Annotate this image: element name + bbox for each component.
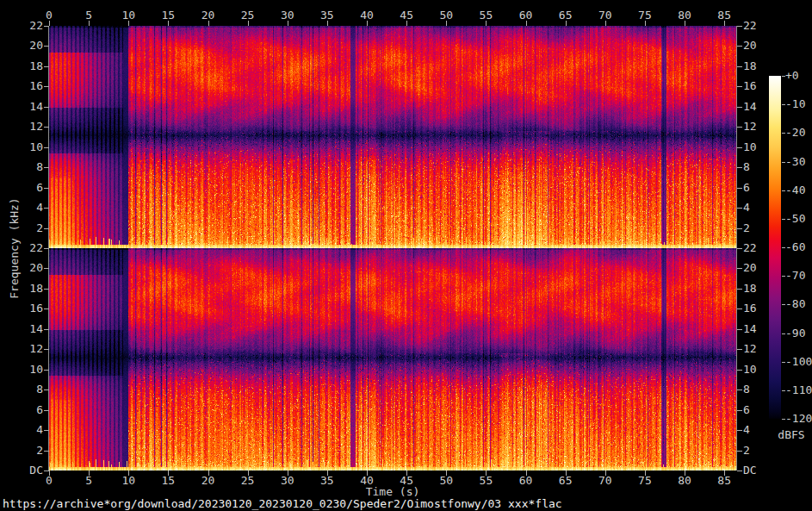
- x-tick-bottom: [89, 470, 90, 476]
- source-url-text: https://archive*org/download/20230120_20…: [3, 498, 562, 509]
- x-tick-bottom: [367, 470, 368, 476]
- x-tick-label-bottom: 15: [155, 475, 181, 486]
- freq-tick-label-right: 16: [743, 80, 772, 91]
- freq-tick-label-right: 20: [743, 262, 772, 273]
- freq-tick-label-left: 8: [14, 161, 43, 172]
- freq-tick-label-left: 2: [14, 445, 43, 456]
- freq-tick-left: [44, 410, 49, 411]
- spectrogram-figure: Frequency (kHz) Time (s) dBFS https://ar…: [0, 0, 812, 511]
- x-tick-top: [288, 21, 288, 26]
- freq-tick-label-left: 4: [14, 424, 43, 435]
- x-tick-top: [406, 21, 407, 26]
- colorbar-tick-label: -110: [785, 384, 812, 396]
- freq-tick-left: [44, 329, 49, 330]
- freq-tick-label-right: 14: [743, 323, 772, 334]
- freq-tick-label-right: 12: [743, 121, 772, 132]
- x-tick-bottom: [526, 470, 527, 476]
- freq-tick-left: [44, 66, 49, 67]
- freq-tick-left: [44, 248, 49, 249]
- colorbar-tick-label: -120: [785, 413, 812, 424]
- x-tick-bottom: [566, 470, 567, 476]
- freq-dc-label-right: DC: [743, 464, 772, 476]
- freq-tick-label-right: 4: [743, 424, 772, 435]
- freq-tick-label-right: 20: [743, 40, 772, 51]
- freq-tick-left: [44, 470, 49, 471]
- freq-tick-right: [737, 248, 742, 249]
- freq-tick-right: [737, 289, 742, 290]
- freq-tick-left: [44, 107, 49, 108]
- x-tick-label-top: 20: [195, 9, 221, 21]
- x-tick-label-top: 35: [314, 9, 340, 21]
- freq-tick-right: [737, 470, 742, 471]
- x-tick-top: [327, 21, 328, 26]
- freq-tick-label-left: 6: [14, 404, 43, 415]
- x-tick-bottom: [446, 470, 447, 476]
- freq-tick-label-left: 22: [14, 242, 43, 253]
- x-tick-bottom: [605, 470, 606, 476]
- x-tick-label-top: 40: [354, 9, 380, 21]
- colorbar-title: dBFS: [772, 429, 811, 440]
- freq-tick-label-left: 2: [14, 222, 43, 234]
- freq-tick-left: [44, 26, 49, 27]
- x-tick-label-top: 25: [235, 9, 261, 21]
- freq-tick-label-right: 4: [743, 202, 772, 213]
- colorbar-tick-label: -30: [785, 156, 805, 167]
- x-tick-top: [89, 21, 90, 26]
- freq-tick-right: [737, 26, 742, 27]
- x-tick-bottom: [49, 470, 50, 476]
- colorbar-tick-label: -100: [785, 356, 812, 367]
- freq-tick-left: [44, 268, 49, 269]
- colorbar-tick: [782, 276, 785, 277]
- x-tick-label-bottom: 40: [354, 475, 380, 486]
- x-tick-label-bottom: 70: [592, 475, 618, 486]
- x-tick-bottom: [168, 470, 169, 476]
- colorbar-tick: [782, 304, 785, 305]
- x-tick-label-bottom: 25: [235, 475, 261, 486]
- freq-tick-left: [44, 430, 49, 431]
- freq-tick-left: [44, 289, 49, 290]
- freq-tick-label-right: 6: [743, 182, 772, 193]
- freq-dc-label-left: DC: [14, 464, 43, 476]
- x-axis-title: Time (s): [49, 486, 736, 497]
- x-tick-label-bottom: 80: [672, 475, 697, 486]
- freq-tick-left: [44, 167, 49, 168]
- freq-tick-label-left: 10: [14, 141, 43, 153]
- freq-tick-right: [737, 127, 742, 128]
- freq-tick-right: [737, 430, 742, 431]
- freq-tick-left: [44, 228, 49, 229]
- colorbar-tick-label: +0: [785, 70, 799, 81]
- freq-tick-label-left: 16: [14, 302, 43, 314]
- freq-tick-right: [737, 329, 742, 330]
- colorbar-tick: [782, 419, 785, 420]
- x-tick-bottom: [406, 470, 407, 476]
- freq-tick-left: [44, 46, 49, 47]
- x-tick-top: [248, 21, 249, 26]
- x-tick-bottom: [208, 470, 209, 476]
- freq-tick-right: [737, 46, 742, 47]
- freq-tick-label-left: 22: [14, 20, 43, 31]
- freq-tick-right: [737, 389, 742, 390]
- x-tick-label-bottom: 85: [711, 475, 737, 486]
- freq-tick-left: [44, 86, 49, 87]
- x-tick-label-top: 80: [672, 9, 697, 21]
- x-tick-label-bottom: 35: [314, 475, 340, 486]
- colorbar-tick-label: -60: [785, 241, 805, 252]
- freq-tick-label-right: 16: [743, 302, 772, 314]
- freq-tick-left: [44, 127, 49, 128]
- freq-tick-label-left: 4: [14, 202, 43, 213]
- x-tick-label-bottom: 50: [433, 475, 459, 486]
- x-tick-label-top: 5: [76, 9, 102, 21]
- freq-tick-label-left: 14: [14, 323, 43, 334]
- colorbar-tick-label: -90: [785, 327, 805, 339]
- x-tick-bottom: [645, 470, 646, 476]
- x-tick-label-bottom: 10: [115, 475, 141, 486]
- x-tick-label-bottom: 20: [195, 475, 221, 486]
- x-tick-label-top: 30: [275, 9, 301, 21]
- colorbar-tick-label: -20: [785, 127, 805, 138]
- x-tick-top: [168, 21, 169, 26]
- x-tick-label-bottom: 60: [513, 475, 539, 486]
- freq-tick-left: [44, 349, 49, 350]
- x-tick-label-top: 15: [155, 9, 181, 21]
- freq-tick-label-left: 20: [14, 40, 43, 51]
- x-tick-label-bottom: 45: [394, 475, 419, 486]
